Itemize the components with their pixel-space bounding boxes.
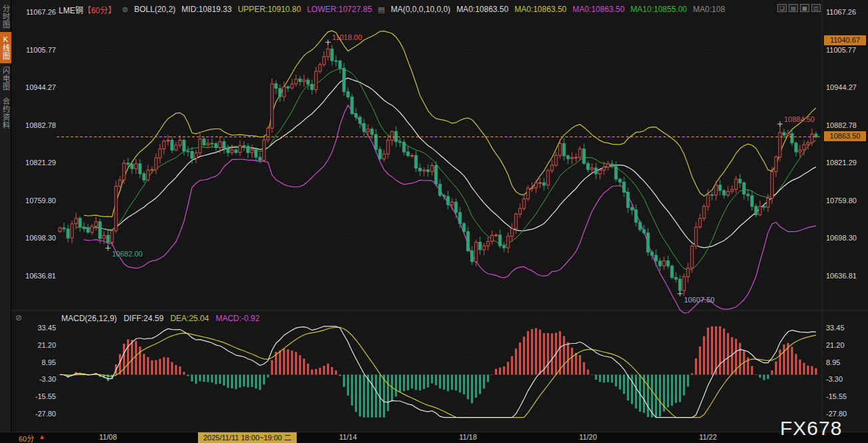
macd-axis-tick: -15.55 — [826, 392, 866, 401]
trading-terminal: 11018.0010682.0010607.5010884.50 分时图 K线图… — [0, 0, 868, 443]
timeframe-label[interactable]: 60分 — [19, 433, 34, 443]
price-axis-tick: 11067.26 — [20, 7, 56, 17]
macd-axis-tick: -27.80 — [20, 409, 56, 418]
symbol-name: LME铜 — [59, 6, 83, 15]
price-axis-tick: 10636.81 — [20, 271, 56, 280]
sidebar-item-flash-chart[interactable]: 闪电图 — [0, 63, 11, 94]
macd-header: MACD(26,12,9) DIFF:24.59 DEA:25.04 MACD:… — [61, 314, 259, 323]
timeframe-dropdown-icon[interactable]: ▲ — [39, 433, 45, 440]
price-axis-tick: 10759.80 — [20, 196, 56, 205]
fx678-watermark: FX678 — [780, 417, 842, 440]
macd-axis-tick: -3.30 — [826, 374, 866, 384]
price-axis-tick: 10821.29 — [826, 158, 866, 167]
left-sidebar: 分时图 K线图 闪电图 合约资料 — [0, 0, 11, 432]
price-axis-tick: 11005.77 — [826, 45, 866, 55]
ma0-value-truncated: MA0:108 — [693, 5, 725, 14]
ma0-value-2: MA0:10863.50 — [515, 5, 567, 14]
indicator-icon[interactable]: ▤ — [378, 5, 385, 14]
boll-upper-value: UPPER:10910.80 — [238, 5, 301, 14]
macd-axis-tick: 33.45 — [20, 323, 56, 332]
sidebar-item-timeline-chart[interactable]: 分时图 — [0, 1, 11, 32]
price-axis-tick: 10882.78 — [826, 121, 866, 130]
x-axis-date-label: 11/08 — [93, 433, 123, 441]
symbol-and-period: LME铜【60分】 — [59, 4, 116, 15]
svg-text:10884.50: 10884.50 — [784, 115, 815, 123]
macd-axis-tick: -15.55 — [20, 392, 56, 401]
x-axis-date-label: 11/14 — [333, 433, 363, 441]
macd-axis-tick: 8.95 — [20, 358, 56, 367]
price-axis-tick: 10759.80 — [826, 196, 866, 205]
window-layout-icons: ❏ ▤ ▦ ◫ — [777, 4, 821, 12]
period-label: 【60分】 — [83, 6, 116, 15]
sidebar-item-contract-info[interactable]: 合约资料 — [0, 94, 11, 133]
chart-canvas[interactable]: 11018.0010682.0010607.5010884.50 — [0, 0, 868, 443]
boll-legend: BOLL(20,2) — [134, 5, 175, 14]
price-axis-tick: 10698.30 — [20, 233, 56, 242]
price-axis-tick: 10944.27 — [826, 83, 866, 92]
last-price-tag: 10863.50 — [824, 131, 866, 141]
sidebar-item-kline-chart[interactable]: K线图 — [0, 32, 11, 63]
boll-mid-value: MID:10819.33 — [181, 5, 231, 14]
symbol-settings-icon[interactable]: ⊜ — [122, 5, 128, 14]
macd-diff-value: DIFF:24.59 — [123, 314, 163, 323]
price-axis-tick: 11005.77 — [20, 45, 56, 55]
macd-hist-value: MACD:-0.92 — [215, 314, 259, 323]
crosshair-time-chip: 2025/11/11 18:00~19:00 二 — [198, 432, 297, 443]
ma10-value: MA10:10855.00 — [631, 5, 687, 14]
macd-axis-tick: 21.20 — [20, 340, 56, 350]
ma0-value-1: MA0:10863.50 — [457, 5, 509, 14]
session-high-tag: 11040.67 — [824, 35, 866, 45]
price-axis-tick: 10882.78 — [20, 121, 56, 130]
x-axis-date-label: 11/22 — [693, 433, 723, 441]
macd-axis-tick: 21.20 — [826, 340, 866, 350]
grid-layout-icon[interactable]: ▦ — [800, 4, 809, 12]
price-axis-tick: 10944.27 — [20, 83, 56, 92]
rows-layout-icon[interactable]: ▤ — [789, 4, 798, 12]
price-axis-tick: 10636.81 — [826, 271, 866, 280]
x-axis-date-label: 11/20 — [573, 433, 603, 441]
price-axis-tick: 10821.29 — [20, 158, 56, 167]
ma0-value-3: MA0:10863.50 — [573, 5, 625, 14]
ma-params-legend: MA(0,0,0,10,0,0) — [391, 5, 450, 14]
price-axis-tick: 10698.30 — [826, 233, 866, 242]
macd-axis-tick: 8.95 — [826, 358, 866, 367]
macd-params: MACD(26,12,9) — [61, 314, 117, 323]
split-layout-icon[interactable]: ◫ — [811, 4, 821, 12]
svg-text:10607.50: 10607.50 — [684, 296, 715, 304]
chart-header: LME铜【60分】 ⊜ BOLL(20,2) MID:10819.33 UPPE… — [59, 3, 725, 15]
svg-text:11018.00: 11018.00 — [332, 33, 362, 41]
x-axis-date-label: 11/18 — [453, 433, 483, 441]
macd-collapse-icon[interactable]: ⊘ — [15, 313, 22, 322]
bottom-time-axis: 60分 ▲ 11/0811/1411/1811/2011/22 2025/11/… — [0, 432, 868, 443]
single-panel-icon[interactable]: ❏ — [777, 4, 787, 12]
boll-lower-value: LOWER:10727.85 — [307, 5, 371, 14]
macd-axis-tick: -3.30 — [20, 374, 56, 384]
macd-axis-tick: 33.45 — [826, 323, 866, 332]
macd-dea-value: DEA:25.04 — [170, 314, 209, 323]
price-axis-tick: 11067.26 — [826, 7, 866, 17]
svg-text:10682.00: 10682.00 — [112, 250, 143, 258]
